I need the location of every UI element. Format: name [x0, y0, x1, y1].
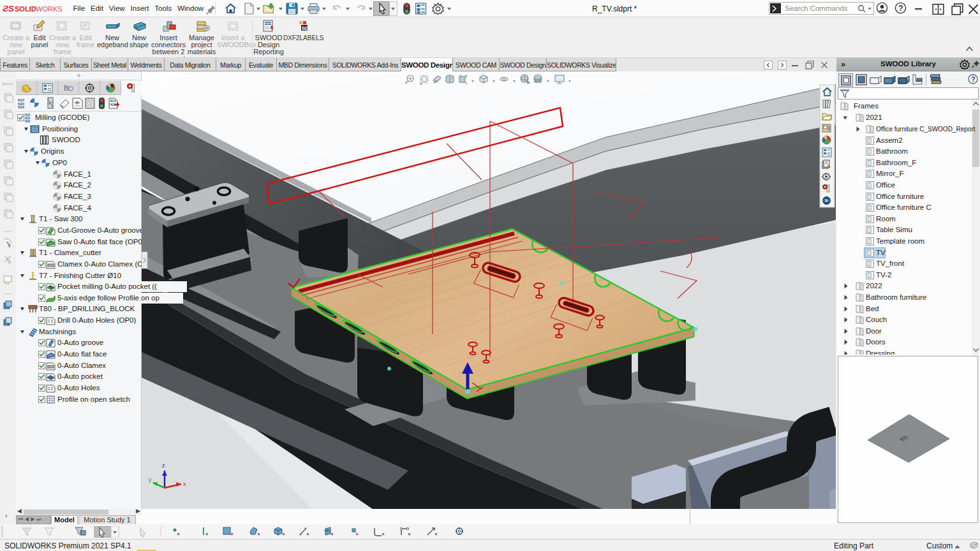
svg-text:y: y: [149, 476, 152, 483]
svg-text:SOLID: SOLID: [15, 5, 36, 13]
svg-text:?: ?: [971, 75, 976, 83]
svg-text:N30: N30: [25, 120, 31, 122]
svg-text:ƧS: ƧS: [3, 4, 14, 13]
svg-text:z: z: [162, 462, 165, 469]
svg-text:SD: SD: [302, 26, 309, 31]
svg-text:?: ?: [898, 4, 903, 13]
svg-text:WORKS: WORKS: [36, 5, 63, 13]
svg-text:x: x: [183, 481, 186, 487]
svg-text:B: B: [64, 84, 69, 92]
svg-text:N30: N30: [18, 105, 24, 109]
